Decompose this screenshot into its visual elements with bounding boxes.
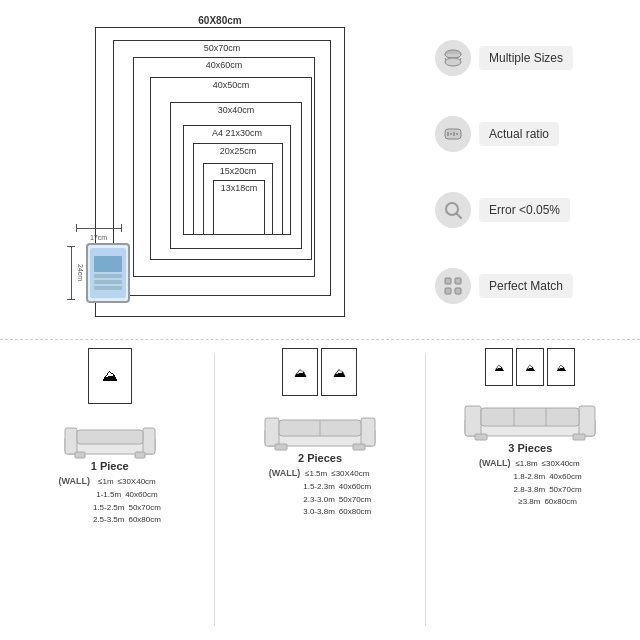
svg-rect-9: [445, 278, 451, 284]
feature-actual-ratio: Actual ratio: [435, 116, 625, 152]
svg-rect-21: [361, 418, 375, 446]
wall-label-3: (WALL): [479, 458, 511, 468]
piece-3-title: 3 Pieces: [508, 442, 552, 454]
svg-rect-15: [143, 428, 155, 454]
label-30x40: 30x40cm: [171, 105, 301, 115]
svg-rect-2: [445, 129, 461, 139]
coins-icon: [435, 40, 471, 76]
ipad-icon: [86, 243, 130, 303]
bottom-section: ⛰ 1 Piece (WALL) ≤1m≤30X40cm 1-1.5m40x60…: [0, 340, 640, 636]
label-13x18: 13x18cm: [214, 183, 264, 193]
svg-rect-29: [481, 408, 579, 426]
feature-perfect-match: Perfect Match: [435, 268, 625, 304]
size-diagram: 60X80cm 50x70cm 40x60cm 40x50cm 30x40cm: [10, 10, 430, 334]
sofa-1: [60, 408, 160, 460]
piece-1-title: 1 Piece: [91, 460, 129, 472]
magnifier-icon: [435, 192, 471, 228]
label-40x50: 40x50cm: [151, 80, 311, 90]
size-table-3: ≤1.8m≤30X40cm 1.8-2.8m40x60cm 2.8-3.8m50…: [514, 458, 582, 509]
svg-rect-32: [475, 434, 487, 440]
svg-rect-18: [135, 452, 145, 458]
frame-2a: ⛰: [282, 348, 318, 396]
ipad-height-label: 24cm: [77, 264, 84, 281]
actual-ratio-label: Actual ratio: [479, 122, 559, 146]
svg-line-8: [457, 214, 462, 219]
error-label: Error <0.05%: [479, 198, 570, 222]
ipad-width-label: 17cm: [90, 234, 107, 241]
single-frame: ⛰: [88, 348, 132, 404]
svg-rect-10: [455, 278, 461, 284]
svg-rect-20: [265, 418, 279, 446]
size-table-2: ≤1.5m≤30X40cm 1.5-2.3m40x60cm 2.3-3.0m50…: [303, 468, 371, 519]
frame-3a: ⛰: [485, 348, 513, 386]
grid-icon: [435, 268, 471, 304]
frame-3b: ⛰: [516, 348, 544, 386]
wall-label-2: (WALL): [269, 468, 301, 478]
features-panel: Multiple Sizes Actual ratio: [430, 10, 630, 334]
size-label-60x80: 60X80cm: [198, 15, 241, 26]
label-a4: A4 21x30cm: [184, 128, 290, 138]
label-15x20: 15x20cm: [204, 166, 272, 176]
multiple-sizes-label: Multiple Sizes: [479, 46, 573, 70]
wall-label-1: (WALL): [58, 476, 90, 486]
usage-3-pieces: ⛰ ⛰ ⛰ 3 Pieces (WALL) ≤1.8m≤30X40cm: [426, 348, 635, 631]
label-40x60: 40x60cm: [134, 60, 314, 70]
label-20x25: 20x25cm: [194, 146, 282, 156]
svg-rect-11: [445, 288, 451, 294]
svg-rect-16: [77, 430, 143, 444]
feature-error: Error <0.05%: [435, 192, 625, 228]
svg-point-1: [445, 58, 461, 66]
usage-1-piece: ⛰ 1 Piece (WALL) ≤1m≤30X40cm 1-1.5m40x60…: [5, 348, 214, 631]
usage-2-pieces: ⛰ ⛰ 2 Pieces (WALL) ≤1.5m≤30X40cm 1.5-2.…: [215, 348, 424, 631]
sofa-3: [460, 390, 600, 442]
svg-rect-27: [465, 406, 481, 436]
label-50x70: 50x70cm: [114, 43, 330, 53]
artwork-3: ⛰ ⛰ ⛰: [485, 348, 575, 386]
artwork-2: ⛰ ⛰: [282, 348, 357, 396]
svg-rect-24: [275, 444, 287, 450]
box-13x18: 13x18cm: [213, 180, 265, 235]
frame-3c: ⛰: [547, 348, 575, 386]
svg-rect-28: [579, 406, 595, 436]
frame-2b: ⛰: [321, 348, 357, 396]
svg-rect-12: [455, 288, 461, 294]
size-table-1: ≤1m≤30X40cm 1-1.5m40x60cm 1.5-2.5m50x70c…: [93, 476, 161, 527]
sofa-2: [260, 400, 380, 452]
svg-rect-33: [573, 434, 585, 440]
piece-2-title: 2 Pieces: [298, 452, 342, 464]
artwork-1: ⛰: [88, 348, 132, 404]
perfect-match-label: Perfect Match: [479, 274, 573, 298]
svg-rect-17: [75, 452, 85, 458]
svg-rect-25: [353, 444, 365, 450]
svg-rect-14: [65, 428, 77, 454]
tape-measure-icon: [435, 116, 471, 152]
feature-multiple-sizes: Multiple Sizes: [435, 40, 625, 76]
